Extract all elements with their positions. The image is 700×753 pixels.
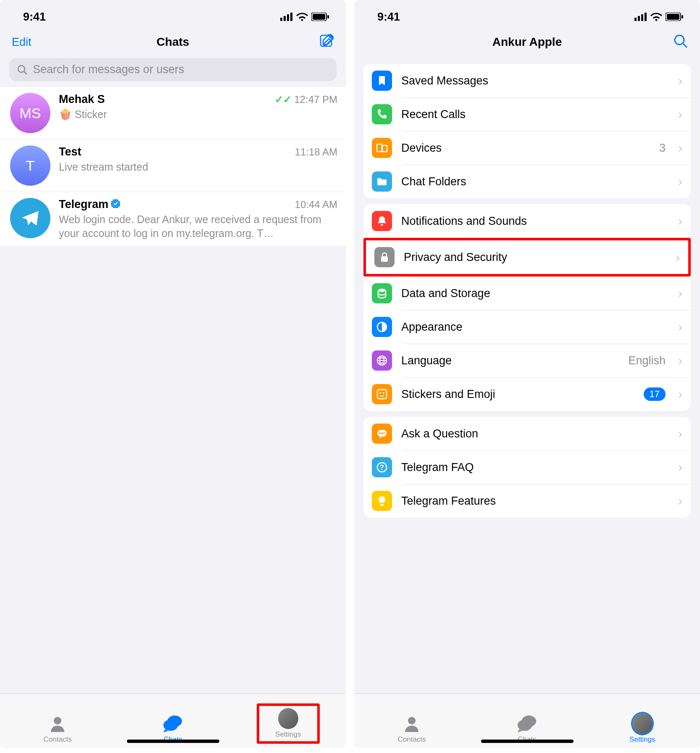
settings-avatar-icon	[278, 708, 298, 729]
chevron-right-icon: ›	[678, 387, 682, 401]
nav-title: Chats	[0, 35, 346, 49]
battery-icon	[311, 13, 329, 21]
settings-avatar-icon	[632, 714, 653, 734]
globe-icon	[372, 350, 392, 371]
settings-row-notifications-and-sounds[interactable]: Notifications and Sounds›	[363, 204, 691, 238]
bell-icon	[372, 211, 392, 231]
chat-avatar: MS	[10, 93, 50, 133]
chat-preview: 🍿 Sticker	[59, 108, 337, 121]
settings-row-privacy-and-security[interactable]: Privacy and Security›	[363, 238, 691, 276]
svg-point-38	[518, 719, 532, 731]
battery-icon	[666, 13, 683, 21]
svg-rect-12	[634, 18, 637, 21]
chat-time: 11:18 AM	[295, 146, 337, 158]
svg-point-23	[378, 289, 386, 292]
chevron-right-icon: ›	[678, 460, 682, 474]
contacts-icon	[47, 714, 68, 734]
settings-row-telegram-features[interactable]: Telegram Features›	[363, 484, 691, 518]
tab-settings[interactable]: Settings	[611, 714, 674, 744]
chat-body: Mehak S✓✓12:47 PM🍿 Sticker	[59, 93, 337, 121]
svg-point-8	[18, 66, 25, 72]
nav-bar: Edit Chats	[0, 29, 346, 58]
tab-label: Settings	[275, 730, 301, 739]
chats-icon	[517, 714, 537, 734]
search-icon	[673, 34, 688, 49]
settings-row-telegram-faq[interactable]: ?Telegram FAQ›	[363, 450, 691, 484]
svg-text:?: ?	[380, 464, 384, 471]
chat-icon	[372, 424, 392, 444]
settings-row-ask-a-question[interactable]: Ask a Question›	[363, 417, 691, 450]
chevron-right-icon: ›	[678, 141, 682, 155]
chevron-right-icon: ›	[678, 427, 682, 441]
tab-label: Settings	[629, 735, 655, 744]
verified-icon	[111, 198, 120, 211]
chevron-right-icon: ›	[678, 107, 682, 121]
nav-bar: Ankur Apple	[354, 29, 700, 58]
svg-rect-15	[645, 13, 647, 21]
data-icon	[372, 283, 392, 303]
svg-rect-17	[667, 14, 679, 20]
chat-row[interactable]: MSMehak S✓✓12:47 PM🍿 Sticker	[0, 87, 346, 140]
settings-row-data-and-storage[interactable]: Data and Storage›	[363, 276, 691, 310]
wifi-icon	[296, 13, 308, 21]
tab-label: Contacts	[398, 735, 426, 744]
settings-badge: 17	[644, 387, 666, 401]
status-bar: 9:41	[354, 0, 700, 29]
settings-label: Telegram Features	[401, 495, 669, 508]
settings-row-chat-folders[interactable]: Chat Folders›	[363, 165, 691, 198]
settings-label: Devices	[401, 142, 650, 155]
svg-rect-13	[638, 16, 640, 21]
chevron-right-icon: ›	[678, 320, 682, 334]
settings-row-language[interactable]: LanguageEnglish›	[363, 344, 691, 377]
settings-label: Chat Folders	[401, 175, 669, 188]
chevron-right-icon: ›	[676, 250, 680, 264]
settings-row-recent-calls[interactable]: Recent Calls›	[363, 97, 691, 131]
chat-list: MSMehak S✓✓12:47 PM🍿 StickerTTest11:18 A…	[0, 87, 346, 246]
wifi-icon	[650, 13, 662, 21]
compose-button[interactable]	[319, 34, 334, 50]
settings-list: Saved Messages›Recent Calls›Devices3›Cha…	[354, 58, 700, 524]
tab-settings[interactable]: Settings	[257, 703, 320, 744]
svg-rect-14	[641, 14, 643, 21]
nav-title: Ankur Apple	[354, 35, 700, 49]
svg-rect-1	[284, 16, 286, 21]
bulb-icon	[372, 491, 392, 511]
settings-label: Privacy and Security	[404, 251, 666, 264]
svg-rect-20	[377, 144, 382, 152]
status-icons	[280, 13, 329, 21]
home-indicator[interactable]	[481, 740, 574, 743]
search-input[interactable]: Search for messages or users	[9, 58, 337, 81]
folder-icon	[372, 171, 392, 192]
home-indicator[interactable]	[127, 740, 219, 743]
status-icons	[634, 13, 683, 21]
settings-row-stickers-and-emoji[interactable]: Stickers and Emoji17›	[363, 377, 691, 411]
chat-time: ✓✓12:47 PM	[275, 94, 337, 105]
settings-row-saved-messages[interactable]: Saved Messages›	[363, 64, 691, 97]
svg-rect-2	[287, 14, 289, 21]
tab-contacts[interactable]: Contacts	[26, 714, 89, 744]
settings-label: Language	[401, 354, 619, 367]
chat-avatar: T	[10, 145, 50, 186]
devices-icon	[372, 138, 392, 158]
settings-row-appearance[interactable]: Appearance›	[363, 310, 691, 344]
read-receipt-icon: ✓✓	[275, 94, 292, 105]
svg-rect-0	[280, 18, 282, 21]
settings-row-devices[interactable]: Devices3›	[363, 131, 691, 165]
chat-name: Telegram	[59, 198, 120, 211]
contacts-icon	[402, 714, 422, 734]
chat-row[interactable]: Telegram10:44 AMWeb login code. Dear Ank…	[0, 192, 346, 246]
svg-rect-22	[381, 256, 388, 262]
chat-row[interactable]: TTest11:18 AMLive stream started	[0, 140, 346, 192]
chat-avatar	[10, 198, 50, 238]
svg-point-31	[379, 432, 381, 434]
search-button[interactable]	[673, 34, 688, 50]
status-bar: 9:41	[0, 0, 346, 29]
svg-point-28	[379, 392, 381, 394]
tab-contacts[interactable]: Contacts	[380, 714, 443, 744]
sticker-icon	[372, 384, 392, 404]
chevron-right-icon: ›	[678, 286, 682, 300]
edit-button[interactable]: Edit	[12, 36, 32, 49]
status-time: 9:41	[377, 11, 400, 24]
chevron-right-icon: ›	[678, 494, 682, 508]
chats-icon	[163, 714, 183, 734]
